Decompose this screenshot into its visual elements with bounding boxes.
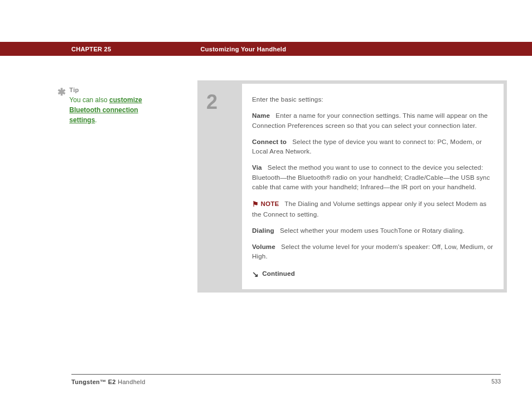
- name-label: Name: [252, 112, 270, 119]
- step-intro: Enter the basic settings:: [252, 95, 494, 104]
- continued-label: Continued: [262, 269, 295, 279]
- setting-dialing: Dialing Select whether your modem uses T…: [252, 226, 494, 236]
- setting-via: Via Select the method you want to use to…: [252, 163, 494, 192]
- step-number-column: 2: [201, 84, 242, 289]
- via-text: Select the method you want to use to con…: [252, 164, 490, 190]
- tip-block: ✱ Tip You can also customize Bluetooth c…: [57, 85, 169, 125]
- connect-label: Connect to: [252, 138, 287, 145]
- connect-text: Select the type of device you want to co…: [252, 138, 482, 155]
- step-content: Enter the basic settings: Name Enter a n…: [242, 84, 504, 289]
- via-label: Via: [252, 164, 262, 171]
- step-number: 2: [206, 90, 242, 114]
- tip-text-prefix: You can also: [69, 96, 109, 104]
- header-inner: CHAPTER 25 Customizing Your Handheld: [71, 46, 506, 52]
- footer-rule: [71, 374, 501, 375]
- tip-asterisk-icon: ✱: [57, 85, 67, 100]
- dialing-text: Select whether your modem uses TouchTone…: [280, 227, 465, 234]
- dialing-label: Dialing: [252, 227, 274, 234]
- volume-label: Volume: [252, 243, 275, 250]
- note-label: NOTE: [261, 200, 279, 207]
- footer-product-bold: Tungsten™ E2: [71, 379, 116, 385]
- chapter-header-bar: CHAPTER 25 Customizing Your Handheld: [0, 42, 532, 56]
- setting-name: Name Enter a name for your connection se…: [252, 111, 494, 131]
- note-text: The Dialing and Volume settings appear o…: [252, 200, 487, 218]
- tip-heading: Tip: [69, 87, 79, 93]
- footer-product: Tungsten™ E2 Handheld: [71, 379, 146, 385]
- continued-row: ↘ Continued: [252, 269, 494, 280]
- tip-body: Tip You can also customize Bluetooth con…: [69, 85, 164, 125]
- note-row: ⚑ NOTE The Dialing and Volume settings a…: [252, 199, 494, 219]
- setting-volume: Volume Select the volume level for your …: [252, 242, 494, 262]
- footer-product-rest: Handheld: [116, 379, 146, 385]
- setting-connect: Connect to Select the type of device you…: [252, 137, 494, 157]
- name-text: Enter a name for your connection setting…: [252, 112, 488, 128]
- step-box: 2 Enter the basic settings: Name Enter a…: [197, 80, 507, 293]
- step-inner: 2 Enter the basic settings: Name Enter a…: [201, 84, 504, 289]
- chapter-title: Customizing Your Handheld: [200, 46, 286, 52]
- continued-arrow-icon: ↘: [252, 269, 259, 280]
- footer-page-number: 533: [491, 379, 501, 385]
- volume-text: Select the volume level for your modem's…: [252, 243, 493, 260]
- tip-text-suffix: .: [95, 116, 96, 124]
- chapter-label: CHAPTER 25: [71, 46, 111, 52]
- note-flag-icon: ⚑: [252, 199, 259, 210]
